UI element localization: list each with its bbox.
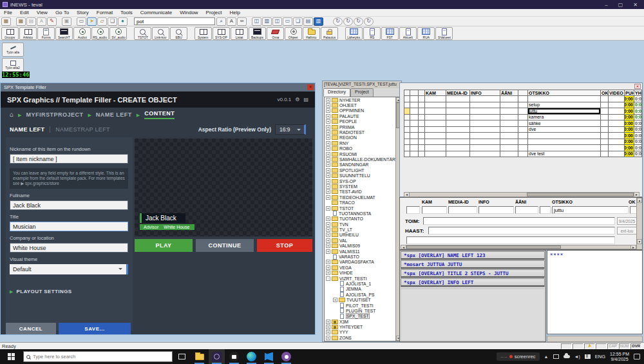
rundown-row[interactable]: 0:000:0 — [404, 145, 642, 151]
scroll-left-icon[interactable]: ◄ — [401, 245, 406, 249]
rundown-cell[interactable] — [410, 127, 419, 133]
expand-icon[interactable]: + — [326, 325, 330, 329]
spellcheck-icon[interactable]: A — [37, 17, 46, 26]
expand-icon[interactable]: + — [326, 125, 330, 129]
shortcut-searcht[interactable]: SearchT — [55, 27, 73, 40]
rundown-cell[interactable] — [470, 133, 500, 139]
rundown-cell[interactable] — [601, 108, 609, 115]
screen-recorder-widget[interactable]: ─ ─ screenrec — [497, 352, 539, 361]
rundown-cell[interactable] — [470, 115, 500, 121]
rundown-cell[interactable] — [609, 102, 625, 109]
rundown-cell[interactable] — [609, 96, 625, 102]
shortcut-system[interactable]: System — [194, 27, 212, 40]
shortcut-oma[interactable]: Oma — [267, 27, 284, 40]
rundown-cell[interactable] — [518, 120, 528, 127]
rundown-cell[interactable]: 0:00 — [625, 115, 634, 121]
rundown-cell[interactable] — [446, 127, 470, 133]
rundown-cell[interactable] — [518, 151, 528, 158]
production-cues-panel[interactable]: ¤¤¤¤ — [547, 250, 643, 334]
shortcut-aktuelt[interactable]: Aktuelt — [399, 27, 417, 40]
rundown-cell[interactable] — [410, 96, 419, 102]
tree-item-yhteydet[interactable]: +YHTEYDET — [325, 324, 401, 329]
menu-view[interactable]: View — [33, 10, 52, 15]
shortcut-ohjeet[interactable]: Ohjeet — [285, 27, 302, 40]
tree-item-tuotanto[interactable]: +TUOTANTO — [325, 216, 401, 222]
maximize-button[interactable]: ▢ — [618, 2, 623, 8]
rundown-cell[interactable]: 0:00 — [625, 108, 634, 115]
rundown-cell[interactable] — [518, 127, 528, 133]
script-cue-4[interactable]: *spx [OVERLAY] INFO LEFT — [401, 278, 545, 287]
tree-item-spotlight[interactable]: +SPOTLIGHT — [325, 168, 401, 173]
expand-icon[interactable]: + — [326, 330, 330, 334]
shortcut-palautus[interactable]: Palautus — [321, 27, 338, 40]
tree-item-sandningar[interactable]: +SANDNINGAR — [325, 162, 401, 168]
tree-item-vega[interactable]: +VEGA — [325, 265, 401, 270]
breadcrumb-project[interactable]: MYFIRSTPROJECT — [26, 111, 83, 118]
rundown-cell[interactable] — [410, 151, 419, 158]
tree-item-urheilu[interactable]: +URHEILU — [325, 233, 401, 238]
layout-horizontal-icon[interactable]: ▤ — [303, 17, 313, 26]
tab-directory[interactable]: Directory — [323, 88, 350, 97]
expand-icon[interactable]: + — [326, 320, 330, 324]
tree-item-priima[interactable]: +PRIIMA — [325, 124, 401, 129]
rundown-cell[interactable] — [601, 127, 609, 133]
rundown-cell[interactable] — [518, 145, 528, 151]
rundown-cell[interactable] — [601, 151, 609, 158]
tree-item-samh-lle-dokument-r[interactable]: +SAMHÄLLE-DOKUMENTÄR — [325, 157, 401, 162]
script-cue-3[interactable]: *spx [OVERLAY] TITLE 2 STEPS - JUTTU — [401, 269, 545, 278]
rundown-cell[interactable] — [446, 115, 470, 121]
minimize-button[interactable]: – — [605, 2, 607, 8]
expand-icon[interactable]: + — [326, 184, 330, 189]
tree-item-yyy[interactable]: +YYY — [325, 330, 401, 335]
rundown-otsikko-cell[interactable]: sähke — [528, 120, 601, 127]
story-field-info[interactable] — [478, 206, 514, 214]
tree-item-tuotannosta[interactable]: TUOTANNOSTA — [325, 211, 401, 216]
rundown-cell[interactable] — [446, 108, 470, 115]
chat-app-icon[interactable] — [226, 349, 242, 364]
tree-item-valmis09[interactable]: +VALMIS09 — [325, 244, 401, 249]
script-cue-1[interactable]: *spx [OVERLAY] NAME LEFT 123 — [401, 251, 545, 260]
tree-item-palaute[interactable]: +PALAUTE — [325, 113, 401, 119]
shortcut-tstot[interactable]: TSTOT — [134, 27, 151, 40]
expand-icon[interactable]: + — [333, 298, 337, 302]
clock-tray[interactable]: 12:55 PM 9/4/2025 — [610, 352, 629, 362]
expand-icon[interactable]: + — [326, 260, 330, 264]
tree-item-robo[interactable]: +ROBO — [325, 146, 401, 151]
continue-button[interactable]: CONTINUE — [196, 239, 254, 252]
shortcut-forms[interactable]: Forms — [37, 27, 55, 40]
tab-project[interactable]: Project — [350, 88, 374, 97]
inews-taskbar-icon[interactable] — [209, 349, 225, 364]
pointer-tool-icon[interactable]: ➤ — [87, 17, 97, 26]
rundown-cell[interactable] — [425, 120, 446, 127]
rundown-cell[interactable] — [404, 115, 410, 121]
save-button[interactable]: SAVE... — [59, 323, 131, 334]
story-field-kam[interactable] — [422, 206, 447, 214]
rundown-cell[interactable] — [601, 102, 609, 109]
rundown-cell[interactable] — [410, 133, 419, 139]
rundown-cell[interactable] — [446, 139, 470, 146]
expand-icon[interactable]: + — [326, 189, 330, 194]
scroll-right-icon[interactable]: ► — [634, 193, 639, 196]
rundown-cell[interactable] — [419, 127, 425, 133]
expand-icon[interactable]: + — [326, 141, 330, 146]
rundown-cell[interactable] — [410, 108, 419, 115]
rundown-cell[interactable]: 0:00 — [625, 127, 634, 133]
expand-icon[interactable]: + — [326, 244, 330, 248]
rundown-cell[interactable] — [425, 133, 446, 139]
rundown-cell[interactable] — [410, 102, 419, 109]
tree-item-test-avid[interactable]: +TEST-AVID — [325, 189, 401, 195]
shortcut-arkisto[interactable]: Arkisto — [19, 27, 37, 40]
expand-icon[interactable]: + — [326, 103, 330, 108]
tree-item-people[interactable]: +PEOPLE — [325, 119, 401, 124]
tree-item-oppiminen[interactable]: +OPPIMINEN — [325, 108, 401, 113]
taskview-icon[interactable] — [174, 349, 190, 364]
rundown-cell[interactable] — [419, 108, 425, 115]
layout-active-icon[interactable]: ▥ — [314, 17, 323, 26]
monitor-tray-icon[interactable] — [553, 354, 559, 359]
rundown-row[interactable]: setup0:000:0 — [404, 102, 642, 109]
menu-communicate[interactable]: Communicate — [137, 10, 176, 15]
rundown-cell[interactable] — [419, 115, 425, 121]
tree-item-zons[interactable]: +ZONS — [325, 335, 401, 340]
rundown-cell[interactable] — [404, 96, 410, 102]
rundown-cell[interactable] — [609, 139, 625, 146]
